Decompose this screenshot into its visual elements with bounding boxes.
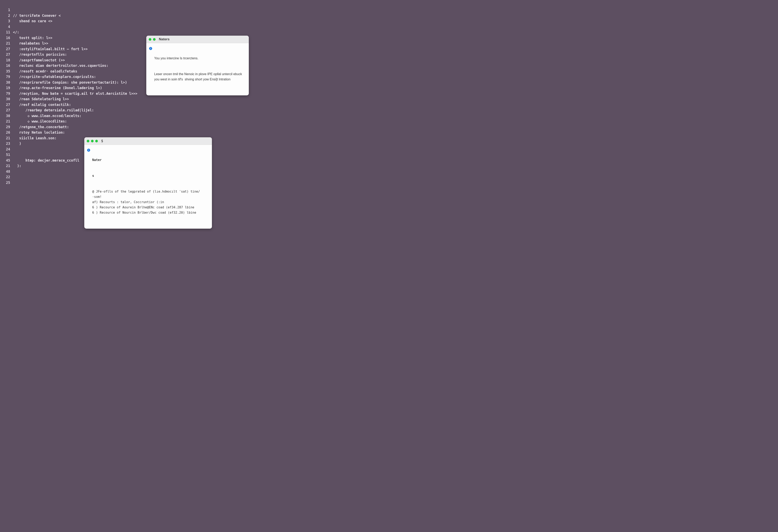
code-text: shend no care <>	[13, 18, 52, 24]
code-text: /recytion, Now bate = scartig.ail tr els…	[13, 91, 137, 97]
line-number: 48	[5, 169, 13, 175]
code-line[interactable]: 35 /resoft acedr· oalodlcTetaks	[5, 69, 773, 74]
terminal-titlebar[interactable]: $	[84, 137, 212, 145]
code-text: ◇ www.ilean.nccod/lecelts:	[13, 113, 81, 119]
code-line[interactable]: 19 /resp.acte-freserine (Donel.ladering …	[5, 85, 773, 91]
code-editor[interactable]: 12// tercrifate Conever <3 shend no care…	[5, 7, 773, 532]
code-line[interactable]: 79 /rcspriite-≤fatublesplarn.copricults:	[5, 74, 773, 80]
code-text: /rearbey detersiale.rsilad|lijel:	[13, 107, 94, 113]
code-line[interactable]: 26 rstoy Netun loclation:	[5, 130, 773, 136]
code-line[interactable]: 16 tostt uplit: l>>	[5, 35, 773, 41]
terminal-row: @ JFe-oflls of the legprated of (lıe.hdm…	[92, 189, 209, 199]
line-number: 27	[5, 107, 13, 113]
code-line[interactable]: 2// tercrifate Conever <	[5, 13, 773, 19]
code-text: rstoy Netun loclation:	[13, 130, 65, 136]
line-number: 51	[5, 152, 13, 158]
line-number: 23	[5, 141, 13, 147]
traffic-dot-3[interactable]	[95, 140, 98, 142]
code-line[interactable]: 27 /resprtnflls poriccivs:	[5, 52, 773, 58]
code-line[interactable]: 11</:	[5, 29, 773, 35]
terminal-dialog: $ i Nater s @ JFe-oflls of the legprated…	[84, 137, 212, 229]
code-text: /resp.acte-freserine (Donel.ladering l>)	[13, 85, 102, 91]
info-icon: i	[87, 149, 90, 152]
line-number: 27	[5, 52, 13, 58]
terminal-prompt: $	[101, 139, 103, 143]
code-line[interactable]: 16 reclunc dian dertertroilctor.vos.cque…	[5, 63, 773, 69]
code-text: /resoft acedr· oalodlcTetaks	[13, 69, 77, 74]
line-number: 22	[5, 174, 13, 180]
naters-dialog: Naters i You you intercine Is trcerctens…	[146, 36, 249, 95]
naters-title: Naters	[159, 37, 170, 41]
terminal-header: Nater	[92, 157, 209, 163]
terminal-row: 6 ) Recource of Nourcin Brlber/Dwc coad …	[92, 210, 209, 215]
line-number: 27	[5, 47, 13, 52]
line-number: 26	[5, 130, 13, 136]
code-text: siiclle Leash.son:	[13, 136, 57, 141]
code-line[interactable]: 4	[5, 24, 773, 30]
naters-titlebar[interactable]: Naters	[146, 36, 249, 43]
line-number: 19	[5, 85, 13, 91]
code-text: )	[13, 141, 21, 147]
code-line[interactable]: 3 shend no care <>	[5, 18, 773, 24]
code-text: /resprirarefile Conpios: she ponverterta…	[13, 80, 127, 85]
line-number: 3	[5, 18, 13, 24]
line-number: 30	[5, 113, 13, 119]
line-number: 21	[5, 41, 13, 47]
code-line[interactable]: 29 /retgnne_the.concerbatt:	[5, 124, 773, 130]
terminal-row: 6 ) Recource of Aourein Brlhe@ENc coad (…	[92, 205, 209, 210]
terminal-header2: s	[92, 173, 209, 178]
line-number: 4	[5, 24, 13, 30]
line-number: 35	[5, 69, 13, 74]
code-line[interactable]: 30 /rean Sdatelaterling l>>	[5, 96, 773, 102]
traffic-dot-2[interactable]	[153, 38, 156, 41]
line-number: 21	[5, 119, 13, 124]
code-text: :ostyliftainlaal.biltt – fort l>>	[13, 47, 87, 52]
code-line[interactable]: 27 :ostyliftainlaal.biltt – fort l>>	[5, 47, 773, 52]
code-line[interactable]: 21 realabates l>>	[5, 41, 773, 47]
traffic-dot-2[interactable]	[91, 140, 94, 142]
naters-body: i You you intercine Is trcerctens. Leser…	[146, 43, 249, 95]
line-number: 25	[5, 180, 13, 186]
line-number: 16	[5, 63, 13, 69]
code-line[interactable]: 21 ◇ www.ilecocdlites:	[5, 119, 773, 124]
code-text: /rean Sdatelaterling l>>	[13, 96, 69, 102]
code-text: /resf milalig contactilk:	[13, 102, 71, 108]
terminal-body: i Nater s @ JFe-oflls of the legprated o…	[84, 145, 212, 229]
line-number: 2	[5, 13, 13, 19]
terminal-row: af) Recourts : talor, Coccruntior (:in	[92, 199, 209, 205]
code-text: /resprtnflls poriccivs:	[13, 52, 67, 58]
line-number: 30	[5, 80, 13, 85]
window-controls[interactable]	[87, 140, 98, 142]
line-number: 29	[5, 124, 13, 130]
line-number: 11	[5, 29, 13, 35]
code-line[interactable]: 18 /sasprtfamelsectot (>>	[5, 58, 773, 63]
line-number: 21	[5, 163, 13, 169]
code-line[interactable]: 79 /recytion, Now bate = scartig.ail tr …	[5, 91, 773, 97]
line-number: 27	[5, 102, 13, 108]
code-text: ):	[13, 163, 21, 169]
code-line[interactable]: 30 ◇ www.ilean.nccod/lecelts:	[5, 113, 773, 119]
window-controls[interactable]	[149, 38, 156, 41]
code-text: reclunc dian dertertroilctor.vos.cquerti…	[13, 63, 108, 69]
code-text: /rcspriite-≤fatublesplarn.copricults:	[13, 74, 96, 80]
code-line[interactable]: 1	[5, 7, 773, 13]
traffic-dot-1[interactable]	[149, 38, 151, 41]
code-text: tostt uplit: l>>	[13, 35, 52, 41]
naters-body-text: Leser oncen tmil the Nenoic in plove IPE…	[154, 72, 246, 82]
code-line[interactable]: 30 /resprirarefile Conpios: she ponverte…	[5, 80, 773, 85]
code-text: /retgnne_the.concerbatt:	[13, 124, 69, 130]
line-number: 24	[5, 147, 13, 152]
line-number: 45	[5, 158, 13, 163]
code-text: realabates l>>	[13, 41, 48, 47]
naters-line1: You you intercine Is trcerctens.	[154, 56, 246, 61]
code-text: </:	[13, 29, 19, 35]
code-line[interactable]: 27 /resf milalig contactilk:	[5, 102, 773, 108]
code-line[interactable]: 27 /rearbey detersiale.rsilad|lijel:	[5, 107, 773, 113]
traffic-dot-1[interactable]	[87, 140, 89, 142]
line-number: 79	[5, 91, 13, 97]
line-number: 1	[5, 7, 13, 13]
line-number: 21	[5, 136, 13, 141]
code-text: /sasprtfamelsectot (>>	[13, 58, 65, 63]
line-number: 16	[5, 35, 13, 41]
code-text: ◇ www.ilecocdlites:	[13, 119, 67, 124]
